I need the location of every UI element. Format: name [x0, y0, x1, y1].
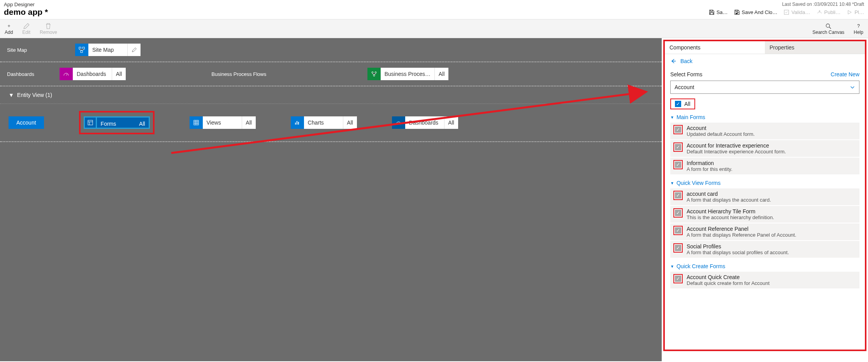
- svg-point-6: [375, 72, 376, 73]
- tab-components[interactable]: Components: [665, 41, 765, 54]
- help-button[interactable]: ? Help: [854, 23, 863, 35]
- form-title: Social Profiles: [687, 243, 789, 250]
- form-title: Account for Interactive experience: [687, 142, 786, 149]
- save-icon: [709, 9, 715, 15]
- sitemap-icon: [75, 44, 88, 56]
- validate-button[interactable]: Valida…: [784, 9, 810, 15]
- chevron-down-icon: ▼: [670, 181, 674, 185]
- checkbox-highlight: ✓: [673, 125, 683, 134]
- dashboards-row-label: Dashboards: [7, 71, 44, 77]
- publish-button[interactable]: Publi…: [817, 9, 841, 15]
- check-icon[interactable]: ✓: [675, 210, 681, 216]
- chart-icon: [291, 116, 304, 129]
- form-item[interactable]: ✓Account Quick CreateDefault quick creat…: [670, 272, 859, 288]
- pencil-icon: [132, 47, 137, 53]
- gauge-icon: [392, 116, 405, 129]
- help-icon: ?: [855, 23, 862, 30]
- select-forms-label: Select Forms: [670, 71, 702, 77]
- app-name: demo app *: [4, 7, 48, 17]
- forms-tile-highlight: Forms All: [79, 111, 155, 134]
- form-desc: Default Interactive experience Account f…: [687, 149, 786, 155]
- form-desc: Default quick create form for Account: [687, 280, 770, 286]
- entity-dashboards-tile[interactable]: Dashboards All: [392, 116, 458, 129]
- select-all-checkbox[interactable]: ✓ All: [670, 98, 695, 109]
- bpf-tile[interactable]: Business Proces… All: [367, 68, 448, 80]
- check-icon[interactable]: ✓: [675, 144, 681, 150]
- save-button[interactable]: Sa…: [709, 9, 728, 15]
- entity-name-tile[interactable]: Account: [9, 116, 44, 129]
- form-desc: A form that displays Reference Panel of …: [687, 232, 796, 238]
- form-group-header[interactable]: ▼Quick Create Forms: [665, 262, 865, 272]
- form-item[interactable]: ✓AccountUpdated default Account form.: [670, 123, 859, 139]
- create-new-link[interactable]: Create New: [831, 71, 859, 77]
- check-icon[interactable]: ✓: [675, 227, 681, 234]
- chevron-down-icon: ▼: [9, 92, 14, 98]
- validate-icon: [784, 9, 789, 15]
- form-desc: A form that displays social profiles of …: [687, 250, 789, 255]
- form-item[interactable]: ✓Account for Interactive experienceDefau…: [670, 140, 859, 157]
- play-button[interactable]: Pl…: [847, 9, 864, 15]
- check-icon[interactable]: ✓: [675, 127, 681, 133]
- form-desc: A form that displays the account card.: [687, 197, 771, 203]
- forms-tile[interactable]: Forms All: [84, 116, 150, 129]
- title-bar: App Designer demo app * Last Saved on :0…: [0, 0, 868, 19]
- check-icon[interactable]: ✓: [675, 276, 681, 282]
- search-canvas-button[interactable]: Search Canvas: [812, 23, 844, 35]
- dashboards-tile[interactable]: Dashboards All: [60, 68, 126, 80]
- form-desc: Updated default Account form.: [687, 131, 755, 137]
- form-title: Account Hierarchy Tile Form: [687, 208, 774, 214]
- checkbox-highlight: ✓: [673, 243, 683, 253]
- form-item[interactable]: ✓Social ProfilesA form that displays soc…: [670, 241, 859, 258]
- svg-point-7: [373, 75, 375, 76]
- form-item[interactable]: ✓Account Reference PanelA form that disp…: [670, 223, 859, 240]
- form-desc: A form for this entity.: [687, 166, 733, 172]
- check-icon[interactable]: ✓: [675, 192, 681, 199]
- svg-rect-3: [83, 47, 84, 49]
- svg-point-1: [826, 24, 830, 27]
- flow-icon: [367, 68, 381, 80]
- pencil-icon: [23, 23, 30, 30]
- arrow-left-icon: [670, 58, 676, 64]
- trash-icon: [45, 23, 52, 30]
- form-group-header[interactable]: ▼Main Forms: [665, 113, 865, 123]
- check-icon[interactable]: ✓: [675, 162, 681, 168]
- form-item[interactable]: ✓InformationA form for this entity.: [670, 158, 859, 174]
- save-close-icon: [734, 9, 740, 15]
- plus-icon: ＋: [5, 23, 12, 30]
- back-button[interactable]: Back: [665, 54, 865, 68]
- svg-rect-4: [81, 51, 83, 53]
- grid-icon: [190, 116, 203, 129]
- tab-properties[interactable]: Properties: [765, 41, 865, 54]
- sitemap-row-label: Site Map: [7, 47, 44, 53]
- bpf-row-label: Business Process Flows: [211, 71, 281, 77]
- form-title: Information: [687, 160, 733, 166]
- svg-rect-9: [194, 120, 199, 125]
- sitemap-edit-button[interactable]: [127, 44, 141, 56]
- add-button[interactable]: ＋ Add: [5, 23, 13, 35]
- svg-rect-0: [784, 10, 789, 14]
- form-item[interactable]: ✓Account Hierarchy Tile FormThis is the …: [670, 206, 859, 223]
- play-icon: [847, 9, 852, 15]
- chevron-down-icon: ▼: [670, 115, 674, 119]
- charts-tile[interactable]: Charts All: [291, 116, 357, 129]
- save-and-close-button[interactable]: Save And Clo…: [734, 9, 778, 15]
- sitemap-tile[interactable]: Site Map: [75, 44, 141, 56]
- svg-rect-2: [79, 47, 81, 49]
- checkbox-highlight: ✓: [673, 160, 683, 169]
- form-group-header[interactable]: ▼Quick View Forms: [665, 179, 865, 188]
- remove-button[interactable]: Remove: [40, 23, 57, 35]
- entity-view-toggle[interactable]: ▼ Entity View (1): [0, 86, 662, 104]
- entity-dropdown[interactable]: Account: [670, 81, 859, 94]
- chevron-down-icon: [850, 84, 855, 90]
- checkbox-highlight: ✓: [673, 226, 683, 235]
- form-item[interactable]: ✓account cardA form that displays the ac…: [670, 188, 859, 205]
- form-title: account card: [687, 191, 771, 197]
- property-panel: Components Properties Back Select Forms …: [662, 38, 868, 361]
- edit-button[interactable]: Edit: [22, 23, 30, 35]
- views-tile[interactable]: Views All: [190, 116, 256, 129]
- form-title: Account: [687, 125, 755, 131]
- chevron-down-icon: ▼: [670, 264, 674, 269]
- check-icon[interactable]: ✓: [675, 245, 681, 251]
- publish-icon: [817, 9, 822, 15]
- form-desc: This is the account hierarchy definition…: [687, 214, 774, 220]
